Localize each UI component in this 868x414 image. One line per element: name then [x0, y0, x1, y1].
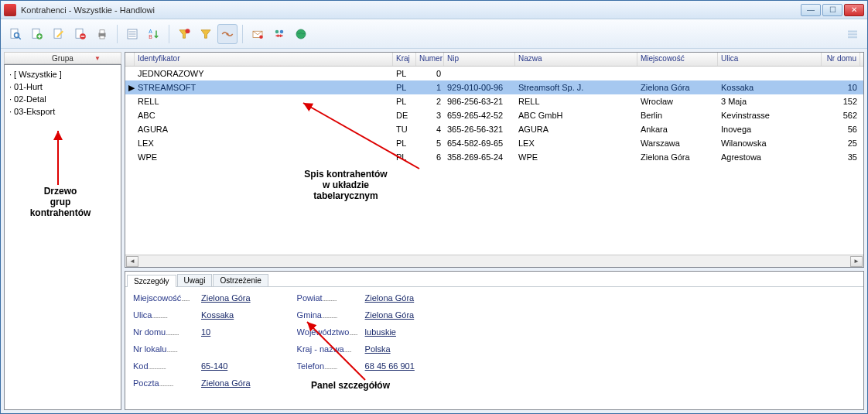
col-nazwa[interactable]: Nazwa [515, 53, 637, 66]
detail-value[interactable]: Kossaka [201, 310, 234, 320]
detail-row: Nr domu...........10 [133, 327, 251, 341]
toolbar-separator [117, 25, 118, 43]
detail-value[interactable]: Zielona Góra [365, 310, 415, 320]
toolbar-handshake-icon[interactable] [217, 24, 238, 44]
detail-col-left: Miejscowość.......Zielona GóraUlica.....… [133, 293, 251, 403]
window-title: Kontrahenci - Wszystkie - Handlowi [21, 5, 801, 15]
toolbar-separator [169, 25, 169, 43]
scroll-right-icon[interactable]: ► [850, 256, 863, 267]
app-window: Kontrahenci - Wszystkie - Handlowi — ☐ ✕… [0, 0, 868, 414]
scroll-left-icon[interactable]: ◄ [126, 256, 138, 267]
detail-row: Gmina.............Zielona Góra [297, 310, 415, 324]
detail-value[interactable]: 10 [201, 327, 210, 337]
app-icon [4, 4, 16, 16]
minimize-button[interactable]: — [801, 4, 821, 16]
svg-rect-24 [848, 30, 857, 32]
detail-label: Nr lokalu......... [133, 344, 198, 354]
col-miejscowosc[interactable]: Miejscowość [637, 53, 718, 66]
toolbar-mail-icon[interactable] [248, 24, 268, 44]
detail-label: Telefon........... [297, 361, 362, 371]
table-row[interactable]: ABCDE3659-265-42-52ABC GmbHBerlinKevinst… [125, 108, 863, 122]
svg-line-2 [19, 36, 21, 39]
toolbar-print-icon[interactable] [92, 24, 112, 44]
detail-value[interactable]: Zielona Góra [201, 378, 251, 388]
detail-label: Kod............... [133, 361, 198, 371]
maximize-button[interactable]: ☐ [822, 4, 842, 16]
detail-row: Poczta............Zielona Góra [133, 378, 251, 392]
svg-point-20 [259, 35, 263, 39]
tab-uwagi[interactable]: Uwagi [177, 274, 213, 286]
toolbar-filter-remove-icon[interactable] [196, 24, 216, 44]
tree-item[interactable]: · 03-Eksport [9, 105, 116, 118]
toolbar-filter-add-icon[interactable] [174, 24, 194, 44]
toolbar-new-icon[interactable] [27, 24, 47, 44]
detail-panel: SzczegółyUwagiOstrzeżenie Miejscowość...… [125, 271, 864, 410]
toolbar-sort-icon[interactable]: AB [144, 24, 164, 44]
toolbar-edit-icon[interactable] [49, 24, 69, 44]
detail-value[interactable]: Polska [365, 344, 391, 354]
detail-label: Kraj - nazwa...... [297, 344, 362, 354]
toolbar-globe-icon[interactable] [291, 24, 311, 44]
tab-szczegóły[interactable]: Szczegóły [127, 275, 176, 287]
svg-rect-10 [100, 36, 104, 39]
detail-row: Powiat............Zielona Góra [297, 293, 415, 307]
col-ulica[interactable]: Ulica [718, 53, 822, 66]
svg-point-18 [227, 33, 229, 35]
detail-label: Miejscowość....... [133, 293, 198, 303]
col-nrdomu[interactable]: Nr domu [822, 53, 860, 66]
col-nip[interactable]: Nip [444, 53, 515, 66]
detail-row: Kod...............65-140 [133, 361, 251, 375]
group-tree: · [ Wszystkie ]· 01-Hurt· 02-Detal· 03-E… [4, 64, 121, 410]
detail-row: Miejscowość.......Zielona Góra [133, 293, 251, 307]
col-numer[interactable]: Numer [416, 53, 444, 66]
tree-item[interactable]: · [ Wszystkie ] [9, 68, 116, 80]
detail-row: Nr lokalu......... [133, 344, 251, 358]
col-identyfikator[interactable]: Identyfikator [135, 53, 393, 66]
detail-row: Województwo.......lubuskie [297, 327, 415, 341]
detail-tabs: SzczegółyUwagiOstrzeżenie [125, 272, 863, 287]
svg-rect-25 [848, 33, 857, 35]
svg-point-21 [275, 29, 279, 33]
left-panel: Grupa ▼ · [ Wszystkie ]· 01-Hurt· 02-Det… [4, 52, 121, 410]
detail-value[interactable]: 65-140 [201, 361, 227, 371]
detail-col-right: Powiat............Zielona GóraGmina.....… [297, 293, 415, 403]
col-kraj[interactable]: Kraj [393, 53, 416, 66]
table-row[interactable]: JEDNORAZOWYPL0 [125, 67, 863, 80]
table-row[interactable]: RELLPL2986-256-63-21RELLWrocław3 Maja152 [125, 94, 863, 108]
toolbar-delete-icon[interactable] [70, 24, 91, 44]
grid-scrollbar[interactable]: ◄ ► [125, 255, 863, 267]
table-row[interactable]: LEXPL5654-582-69-65LEXWarszawaWilanowska… [125, 136, 863, 150]
group-header[interactable]: Grupa ▼ [4, 52, 121, 64]
grid-body[interactable]: JEDNORAZOWYPL0▶STREAMSOFTPL1929-010-00-9… [125, 67, 863, 255]
svg-rect-9 [100, 29, 104, 33]
titlebar: Kontrahenci - Wszystkie - Handlowi — ☐ ✕ [1, 1, 867, 19]
svg-text:A: A [149, 29, 152, 34]
close-button[interactable]: ✕ [844, 4, 864, 16]
detail-label: Gmina............. [297, 310, 362, 320]
main-body: Grupa ▼ · [ Wszystkie ]· 01-Hurt· 02-Det… [1, 49, 867, 413]
tab-ostrzeżenie[interactable]: Ostrzeżenie [213, 274, 268, 286]
detail-row: Kraj - nazwa......Polska [297, 344, 415, 358]
toolbar-swap-people-icon[interactable] [269, 24, 289, 44]
detail-value[interactable]: lubuskie [365, 327, 396, 337]
svg-point-22 [280, 29, 284, 33]
group-header-label: Grupa [52, 54, 73, 63]
tree-item[interactable]: · 01-Hurt [9, 80, 116, 93]
detail-label: Województwo....... [297, 327, 362, 337]
detail-label: Nr domu........... [133, 327, 198, 337]
table-row[interactable]: AGURATU4365-26-56-321AGURAAnkaraInovega5… [125, 122, 863, 136]
table-row[interactable]: ▶STREAMSOFTPL1929-010-00-96Streamsoft Sp… [125, 80, 863, 94]
detail-value[interactable]: Zielona Góra [365, 293, 415, 303]
toolbar-search-icon[interactable] [5, 24, 26, 44]
detail-value[interactable]: 68 45 66 901 [365, 361, 415, 371]
toolbar-form-icon[interactable] [122, 24, 142, 44]
toolbar-separator [242, 25, 243, 43]
dropdown-arrow-icon: ▼ [94, 55, 101, 62]
table-row[interactable]: WPEPL6358-269-65-24WPEZielona GóraAgrest… [125, 150, 863, 164]
grid-header: Identyfikator Kraj Numer Nip Nazwa Miejs… [125, 53, 863, 67]
detail-value[interactable]: Zielona Góra [201, 293, 251, 303]
detail-label: Ulica............. [133, 310, 198, 320]
tree-item[interactable]: · 02-Detal [9, 93, 116, 105]
toolbar-layout-icon[interactable] [842, 24, 863, 44]
right-panel: Identyfikator Kraj Numer Nip Nazwa Miejs… [125, 52, 864, 410]
